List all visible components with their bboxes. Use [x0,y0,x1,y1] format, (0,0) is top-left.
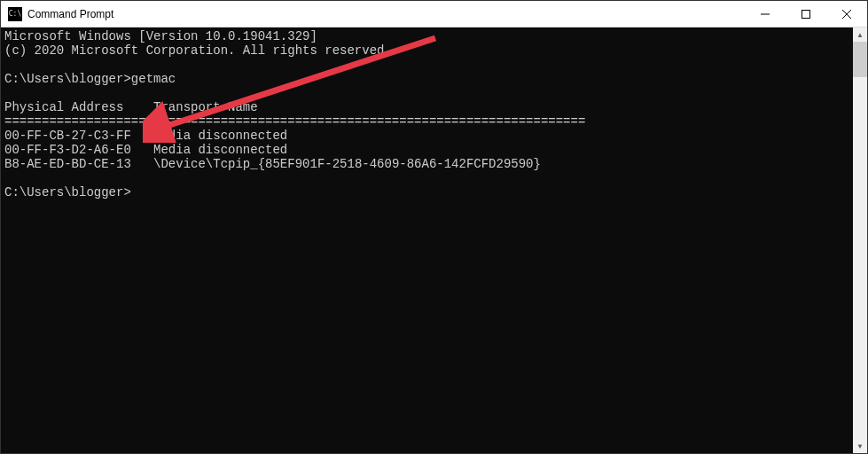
svg-rect-1 [802,10,810,18]
window-title: Command Prompt [27,8,745,20]
command-prompt-window: C:\ Command Prompt Microsoft Windows [Ve… [0,0,868,454]
terminal-area: Microsoft Windows [Version 10.0.19041.32… [1,27,867,453]
col-transport-name: Transport Name [153,100,258,114]
table-row: 00-FF-F3-D2-A6-E0 Media disconnected [4,143,287,157]
col-physical-address: Physical Address [4,100,123,114]
scroll-down-arrow-icon[interactable]: ▼ [853,439,867,453]
column-headers: Physical Address Transport Name [4,100,258,114]
window-controls [745,1,867,27]
maximize-button[interactable] [786,1,826,27]
os-version-line: Microsoft Windows [Version 10.0.19041.32… [4,29,317,43]
scroll-up-arrow-icon[interactable]: ▲ [853,27,867,42]
prompt-line-1: C:\Users\blogger>getmac [4,72,176,86]
copyright-line: (c) 2020 Microsoft Corporation. All righ… [4,43,392,58]
minimize-button[interactable] [745,1,786,27]
prompt-line-2: C:\Users\blogger> [4,185,131,200]
scrollbar-thumb[interactable] [853,42,867,77]
titlebar[interactable]: C:\ Command Prompt [1,1,867,27]
table-row: 00-FF-CB-27-C3-FF Media disconnected [4,129,287,143]
terminal-output[interactable]: Microsoft Windows [Version 10.0.19041.32… [1,27,853,453]
table-row: B8-AE-ED-BD-CE-13 \Device\Tcpip_{85EF901… [4,157,541,171]
divider-line: =================== ====================… [4,114,585,129]
vertical-scrollbar[interactable]: ▲ ▼ [853,27,867,453]
close-button[interactable] [826,1,867,27]
app-icon: C:\ [8,7,22,21]
